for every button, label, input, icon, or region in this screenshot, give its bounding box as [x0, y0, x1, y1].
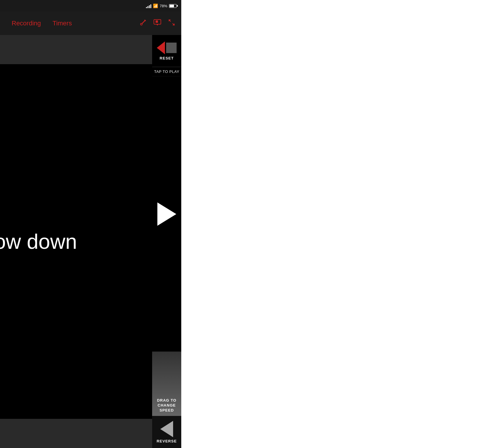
reset-square-icon	[166, 43, 177, 53]
play-triangle-icon	[157, 202, 176, 226]
top-gray-bar	[0, 35, 152, 64]
svg-point-0	[140, 23, 142, 25]
svg-rect-2	[156, 20, 158, 23]
nav-tabs: Recording Timers	[6, 17, 139, 29]
app-container: 📶 78% Recording Timers	[0, 0, 181, 448]
tab-recording[interactable]: Recording	[6, 17, 47, 29]
reset-label: RESET	[160, 56, 174, 60]
wrench-icon[interactable]	[139, 19, 147, 28]
drag-speed-label: DRAG TOCHANGESPEED	[157, 398, 177, 413]
speed-section[interactable]: DRAG TOCHANGESPEED	[152, 352, 181, 416]
teleprompter-area: ow down	[0, 35, 152, 448]
scroll-text-area[interactable]: ow down	[0, 64, 152, 419]
reset-section[interactable]: RESET	[152, 35, 181, 67]
reset-icon	[157, 41, 177, 54]
controls-sidebar: RESET TAP TO PLAY DRAG TOCHANGESPEED REV…	[152, 35, 181, 448]
tap-to-play-label: TAP TO PLAY	[152, 67, 181, 76]
nav-bar: Recording Timers	[0, 12, 181, 35]
reverse-label: REVERSE	[156, 439, 177, 443]
right-blank-area	[181, 0, 489, 448]
reverse-section[interactable]: REVERSE	[152, 416, 181, 448]
bottom-gray-bar	[0, 419, 152, 448]
signal-icon	[146, 4, 151, 8]
main-area: ow down RESET TAP TO PLAY	[0, 35, 181, 448]
play-button[interactable]	[152, 76, 181, 352]
wifi-icon: 📶	[153, 4, 158, 8]
tab-timers[interactable]: Timers	[47, 17, 78, 29]
expand-icon[interactable]	[168, 19, 175, 28]
nav-icons	[139, 19, 175, 28]
reverse-icon	[160, 421, 173, 437]
battery-percent: 78%	[160, 4, 167, 8]
reverse-triangle-icon	[160, 421, 173, 437]
status-bar: 📶 78%	[0, 0, 181, 12]
screen-icon[interactable]	[153, 19, 161, 28]
battery-icon	[169, 4, 177, 8]
teleprompter-text: ow down	[0, 230, 77, 253]
reset-triangle-icon	[157, 41, 165, 54]
